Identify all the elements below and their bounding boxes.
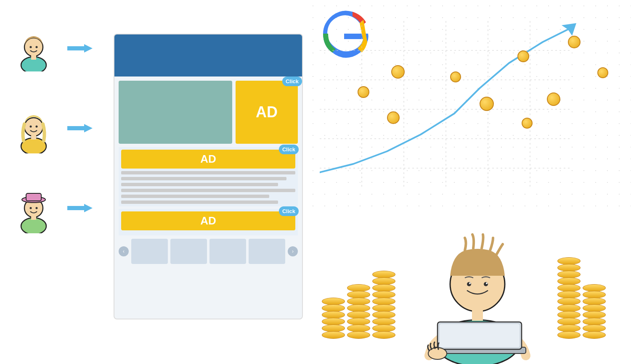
ad-block-middle: AD Click xyxy=(121,150,295,169)
svg-point-9 xyxy=(36,126,38,128)
svg-point-2 xyxy=(30,46,32,48)
thumbnail-1 xyxy=(131,239,168,264)
text-line xyxy=(121,195,269,198)
coin-stack-right-2 xyxy=(557,258,581,339)
svg-point-1 xyxy=(24,38,43,56)
coin-stack-right-1 xyxy=(583,285,606,339)
ad-row-top: AD Click xyxy=(119,81,298,144)
svg-point-7 xyxy=(24,118,43,136)
content-block xyxy=(119,81,232,144)
user-1 xyxy=(13,25,55,71)
text-line xyxy=(121,183,278,186)
main-scene: AD Click AD Click xyxy=(0,0,631,364)
text-line xyxy=(121,189,295,192)
ad-label-top: AD xyxy=(256,103,278,121)
svg-point-3 xyxy=(36,46,38,48)
svg-marker-11 xyxy=(67,124,93,132)
next-nav[interactable]: › xyxy=(288,246,298,256)
coin-8 xyxy=(597,67,608,78)
ad-block-top: AD Click xyxy=(236,81,298,144)
svg-point-35 xyxy=(469,282,471,284)
svg-rect-40 xyxy=(440,324,520,347)
svg-marker-5 xyxy=(67,44,93,53)
ad-section-bottom: AD Click xyxy=(119,209,298,235)
text-line xyxy=(121,177,286,180)
click-bubble-middle: Click xyxy=(279,145,299,154)
text-lines-middle xyxy=(121,171,295,204)
user-row-3 xyxy=(13,185,93,231)
svg-rect-4 xyxy=(31,55,36,60)
arrow-1 xyxy=(67,42,93,55)
coin-6 xyxy=(517,50,529,62)
stack-coin xyxy=(557,331,581,339)
click-bubble-top: Click xyxy=(282,76,302,86)
arrow-3 xyxy=(67,202,93,214)
svg-marker-30 xyxy=(562,23,576,36)
laptop-person xyxy=(400,221,559,356)
user-3 xyxy=(13,185,55,231)
coin-5 xyxy=(480,97,494,111)
stack-coin xyxy=(372,331,395,339)
ad-block-bottom: AD Click xyxy=(121,211,295,230)
coin-7 xyxy=(568,36,581,48)
user-row-2 xyxy=(13,105,93,151)
text-line xyxy=(121,171,295,174)
text-line xyxy=(121,200,278,204)
ad-section-middle: AD Click xyxy=(119,147,298,206)
svg-marker-19 xyxy=(67,204,93,212)
thumbnails-row: ‹ › xyxy=(119,239,298,264)
coin-stack-left-1 xyxy=(322,298,345,339)
arrow-2 xyxy=(67,122,93,135)
ad-label-bottom: AD xyxy=(200,214,216,227)
svg-point-33 xyxy=(467,282,471,286)
thumbnail-2 xyxy=(170,239,207,264)
growth-chart xyxy=(320,21,606,198)
coin-3 xyxy=(387,111,400,124)
ad-label-middle: AD xyxy=(200,153,216,166)
prev-nav[interactable]: ‹ xyxy=(119,246,129,256)
stack-coin xyxy=(583,331,606,339)
user-2 xyxy=(13,105,55,151)
coin-4 xyxy=(450,71,461,82)
coin-9 xyxy=(547,92,560,106)
click-bubble-bottom: Click xyxy=(279,206,299,216)
svg-rect-10 xyxy=(31,135,36,140)
stack-coin xyxy=(322,331,345,339)
svg-point-16 xyxy=(30,207,32,209)
stack-coin xyxy=(347,331,370,339)
coin-1 xyxy=(391,65,405,79)
thumbnail-4 xyxy=(249,239,285,264)
browser-body: AD Click AD Click xyxy=(114,76,302,268)
svg-rect-15 xyxy=(26,193,41,201)
coin-stack-left-2 xyxy=(347,285,370,339)
browser-header xyxy=(114,34,302,76)
svg-point-12 xyxy=(21,218,46,233)
thumbnail-3 xyxy=(209,239,246,264)
browser-mockup: AD Click AD Click xyxy=(114,34,303,319)
svg-point-17 xyxy=(36,207,38,209)
coin-10 xyxy=(522,118,533,129)
user-row-1 xyxy=(13,25,93,71)
coin-2 xyxy=(358,86,369,98)
svg-point-36 xyxy=(486,282,488,284)
svg-point-8 xyxy=(30,126,32,128)
svg-rect-37 xyxy=(472,310,483,321)
users-section xyxy=(13,25,93,231)
svg-point-34 xyxy=(484,282,488,286)
svg-rect-18 xyxy=(31,216,36,220)
coin-stack-left-3 xyxy=(372,272,395,339)
